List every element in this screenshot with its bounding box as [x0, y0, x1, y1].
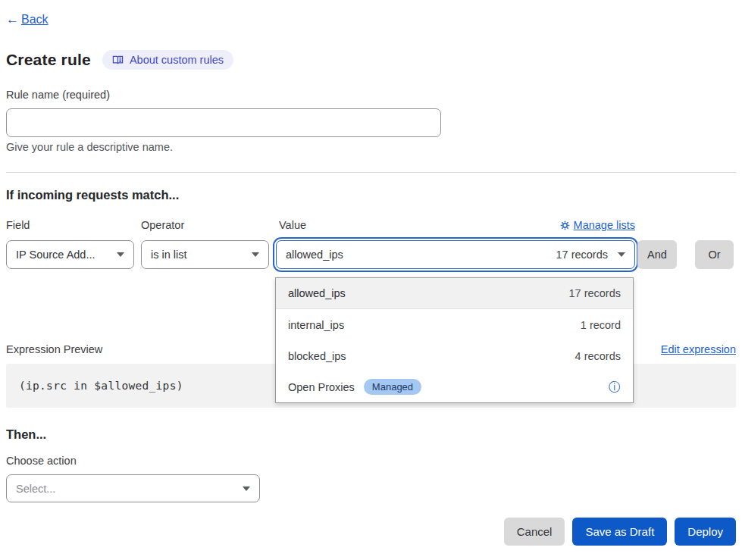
or-button[interactable]: Or: [695, 240, 734, 269]
chevron-down-icon: [618, 252, 625, 257]
choose-action-label: Choose action: [6, 455, 77, 467]
about-custom-rules-link[interactable]: About custom rules: [102, 50, 233, 70]
save-as-draft-button[interactable]: Save as Draft: [572, 518, 667, 546]
operator-select-value: is in list: [151, 249, 187, 261]
gear-icon: [560, 221, 570, 230]
list-option-allowed-ips[interactable]: allowed_ips 17 records: [276, 278, 633, 309]
value-dropdown-menu: allowed_ips 17 records internal_ips 1 re…: [275, 277, 634, 403]
list-option-name: Open Proxies: [288, 381, 355, 393]
expression-code: (ip.src in $allowed_ips): [19, 380, 183, 392]
page-title: Create rule: [6, 51, 91, 69]
list-option-name: allowed_ips: [288, 287, 346, 299]
action-select-placeholder: Select...: [16, 483, 55, 495]
back-link-label: Back: [21, 13, 49, 27]
operator-label: Operator: [141, 219, 184, 231]
and-button[interactable]: And: [637, 240, 677, 269]
list-option-blocked-ips[interactable]: blocked_ips 4 records: [276, 340, 633, 371]
chevron-down-icon: [252, 252, 259, 257]
value-select-record-count: 17 records: [556, 249, 608, 261]
footer-actions: Cancel Save as Draft Deploy: [504, 518, 736, 546]
list-option-record-count: 1 record: [581, 319, 621, 331]
value-select-value: allowed_ips: [286, 249, 343, 261]
cancel-button[interactable]: Cancel: [504, 518, 565, 546]
title-row: Create rule About custom rules: [6, 50, 233, 70]
then-section-heading: Then...: [6, 427, 46, 442]
list-option-name: internal_ips: [288, 319, 344, 331]
value-select[interactable]: allowed_ips 17 records: [276, 240, 635, 269]
rule-name-helper-text: Give your rule a descriptive name.: [6, 141, 173, 153]
info-icon[interactable]: ⓘ: [609, 381, 621, 393]
expression-preview-label: Expression Preview: [6, 343, 102, 355]
list-option-name: blocked_ips: [288, 350, 346, 362]
action-select[interactable]: Select...: [6, 474, 260, 502]
operator-select[interactable]: is in list: [141, 240, 269, 269]
list-option-open-proxies[interactable]: Open Proxies Managed ⓘ: [276, 371, 633, 402]
rule-name-input[interactable]: [6, 108, 441, 137]
edit-expression-link[interactable]: Edit expression: [661, 343, 736, 355]
field-select[interactable]: IP Source Add...: [6, 240, 134, 269]
create-rule-page: ←Back Create rule About custom rules Rul…: [0, 0, 742, 560]
list-option-record-count: 4 records: [575, 350, 621, 362]
rule-name-label: Rule name (required): [6, 89, 110, 101]
manage-lists-label: Manage lists: [574, 219, 635, 231]
book-icon: [112, 55, 124, 66]
list-option-internal-ips[interactable]: internal_ips 1 record: [276, 309, 633, 340]
managed-badge: Managed: [364, 379, 421, 396]
back-arrow-icon: ←: [6, 12, 19, 27]
chevron-down-icon: [117, 252, 124, 257]
about-link-label: About custom rules: [130, 54, 224, 66]
field-select-value: IP Source Add...: [16, 249, 95, 261]
chevron-down-icon: [243, 486, 250, 491]
back-link[interactable]: ←Back: [6, 12, 49, 27]
field-label: Field: [6, 219, 30, 231]
deploy-button[interactable]: Deploy: [675, 518, 736, 546]
section-divider: [6, 172, 736, 173]
match-section-heading: If incoming requests match...: [6, 188, 179, 202]
manage-lists-link[interactable]: Manage lists: [560, 219, 635, 231]
value-label: Value: [279, 219, 306, 231]
list-option-record-count: 17 records: [568, 287, 621, 299]
